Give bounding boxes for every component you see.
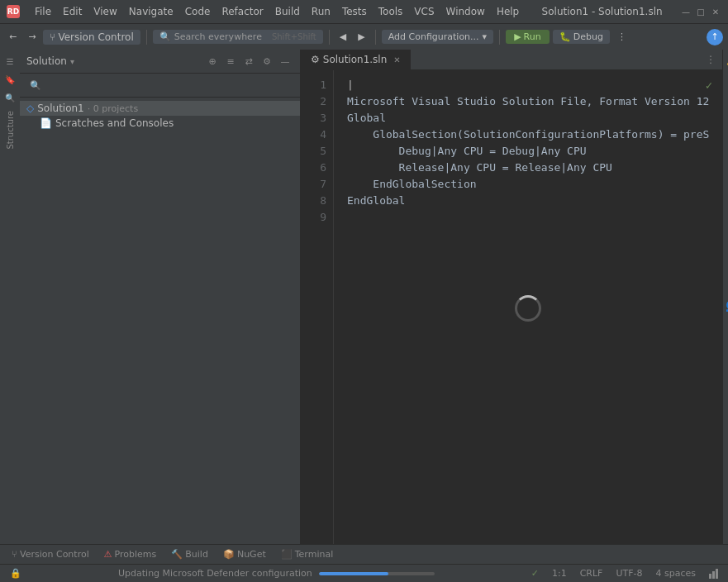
explorer-icon[interactable]: ☰ [2,53,18,69]
code-editor[interactable]: ✓ | Microsoft Visual Studio Solution Fil… [334,70,722,544]
panel-tool-0[interactable]: ⊕ [204,53,221,69]
run-button[interactable]: ▶ Run [506,30,550,44]
title-bar: RD File Edit View Navigate Code Refactor… [0,0,728,23]
menu-vcs[interactable]: VCS [409,4,439,19]
tab-build[interactable]: 🔨 Build [164,547,215,561]
status-encoding[interactable]: UTF-8 [612,568,645,579]
bottom-panel: ⑂ Version Control ⚠ Problems 🔨 Build 📦 N… [0,544,728,564]
run-label: Run [524,31,541,42]
coverage-label[interactable]: Coverage [725,491,728,544]
solution-icon: ◇ [26,103,34,114]
panel-tool-3[interactable]: ⚙ [259,53,275,69]
menu-tools[interactable]: Tools [374,4,408,19]
tab-bar: ⚙ Solution1.sln ✕ ⋮ [301,50,722,70]
line-num-2: 2 [301,93,326,110]
tab-close-button[interactable]: ✕ [393,55,400,64]
endpoints-label[interactable]: Endpoints [725,314,728,369]
minimize-button[interactable]: — [680,6,692,17]
bar-chart-icon [709,569,718,579]
toolbar-right: ↑ [707,29,723,45]
notifications-label[interactable]: Notifications [725,69,728,135]
debug-button[interactable]: 🐛 Debug [553,30,610,44]
run-config-dropdown[interactable]: Add Configuration... ▾ [382,30,493,44]
status-lock[interactable]: 🔒 [7,568,25,579]
terminal-label: Terminal [295,549,334,560]
sol-tool-search[interactable]: 🔍 [26,76,45,94]
line-num-9: 9 [301,209,326,226]
search-everywhere-button[interactable]: 🔍 Search everywhere Shift+Shift [153,30,323,44]
line-num-3: 3 [301,110,326,126]
database-label[interactable]: Database [725,243,728,296]
main-area: ☰ 🔖 🔍 Structure Solution ▾ ⊕ ≡ ⇄ ⚙ — 🔍 ◇… [0,50,728,544]
tab-nuget[interactable]: 📦 NuGet [216,547,273,561]
tab-version-control[interactable]: ⑂ Version Control [5,547,96,561]
menu-navigate[interactable]: Navigate [124,4,178,19]
check-icon: ✓ [531,568,539,579]
progress-fill [319,572,388,575]
bookmarks-icon[interactable]: 🔖 [2,71,18,88]
close-button[interactable]: ✕ [710,6,721,17]
bar-3 [716,569,718,579]
search-strip-icon[interactable]: 🔍 [2,89,18,106]
line-num-8: 8 [301,193,326,209]
menu-tests[interactable]: Tests [337,4,372,19]
separator-4 [499,30,500,45]
line-numbers: 1 2 3 4 5 6 7 8 9 [301,70,334,544]
panel-tools: ⊕ ≡ ⇄ ⚙ — [204,53,293,69]
menu-edit[interactable]: Edit [58,4,87,19]
toolbar: ← → ⑂ Version Control 🔍 Search everywher… [0,23,728,50]
version-control-icon: ⑂ [12,549,17,560]
more-button[interactable]: ⋮ [613,30,630,44]
debug-icon: 🐛 [559,31,571,42]
tab-terminal[interactable]: ⬛ Terminal [274,547,340,561]
menu-build[interactable]: Build [270,4,305,19]
status-bar-chart[interactable] [706,569,721,579]
arrow-right-button[interactable]: ▶ [354,30,369,44]
status-line-endings[interactable]: CRLF [577,568,607,579]
update-button[interactable]: ↑ [707,29,723,45]
build-icon: 🔨 [171,549,183,560]
solution-tree: ◇ Solution1 · 0 projects 📄 Scratches and… [20,98,300,544]
tab-menu-button[interactable]: ⋮ [699,50,722,69]
tab-problems[interactable]: ⚠ Problems [98,547,164,561]
ai-assistant-label[interactable]: Install AI Assistant [725,136,728,226]
bar-1 [709,574,711,579]
code-line-4: GlobalSection(SolutionConfigurationPlatf… [347,126,709,143]
search-icon: 🔍 [159,31,171,42]
menu-file[interactable]: File [30,4,56,19]
problems-icon: ⚠ [104,549,112,560]
maximize-button[interactable]: □ [695,6,707,17]
line-num-1: 1 [301,77,326,93]
status-check[interactable]: ✓ [528,568,542,579]
tree-item-scratches[interactable]: 📄 Scratches and Consoles [20,116,300,131]
editor-tab-solution[interactable]: ⚙ Solution1.sln ✕ [301,50,412,69]
position-label: 1:1 [552,568,567,579]
run-config-arrow: ▾ [483,31,488,42]
code-line-8: EndGlobal [347,193,709,209]
menu-run[interactable]: Run [307,4,335,19]
menu-code[interactable]: Code [180,4,216,19]
menu-view[interactable]: View [88,4,121,19]
menu-window[interactable]: Window [441,4,490,19]
forward-button[interactable]: → [24,30,40,44]
menu-help[interactable]: Help [492,4,524,19]
menu-refactor[interactable]: Refactor [216,4,268,19]
tree-item-solution[interactable]: ◇ Solution1 · 0 projects [20,101,300,116]
line-num-7: 7 [301,176,326,193]
arrow-left-button[interactable]: ◀ [335,30,350,44]
panel-tool-4[interactable]: — [277,53,293,69]
code-line-6: Release|Any CPU = Release|Any CPU [347,160,709,176]
panel-title-arrow[interactable]: ▾ [70,57,74,66]
panel-tool-1[interactable]: ≡ [222,53,239,69]
status-indent[interactable]: 4 spaces [653,568,700,579]
structure-label[interactable]: Structure [6,107,15,153]
version-control-label: Version Control [20,549,89,560]
status-position[interactable]: 1:1 [549,568,570,579]
vcs-label: Version Control [58,31,133,43]
indent-label: 4 spaces [656,568,697,579]
back-button[interactable]: ← [5,30,21,44]
vcs-button[interactable]: ⑂ Version Control [43,30,140,45]
scratches-label: Scratches and Consoles [55,117,174,129]
status-updating: Updating Microsoft Defender configuratio… [28,568,525,579]
panel-tool-2[interactable]: ⇄ [240,53,257,69]
